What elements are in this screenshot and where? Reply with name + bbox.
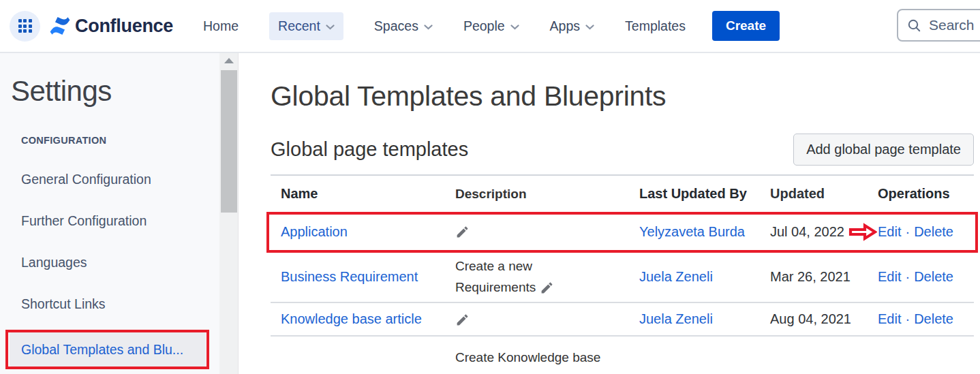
nav-spaces[interactable]: Spaces — [374, 18, 433, 34]
add-global-page-template-button[interactable]: Add global page template — [793, 134, 974, 166]
grid-icon — [18, 19, 32, 33]
col-header-last-updated-by: Last Updated By — [639, 186, 770, 202]
nav-home-label: Home — [203, 18, 239, 34]
settings-sidebar: Settings CONFIGURATION General Configura… — [0, 53, 219, 374]
user-link[interactable]: Juela Zeneli — [639, 269, 713, 284]
user-link[interactable]: Yelyzaveta Burda — [639, 224, 745, 239]
confluence-logo-icon — [49, 15, 71, 37]
sidebar-item-general-configuration[interactable]: General Configuration — [21, 172, 219, 187]
table-row-knowledge-base-article: Knowledge base article Juela Zeneli Aug … — [271, 303, 974, 337]
sidebar-item-shortcut-links[interactable]: Shortcut Links — [21, 296, 219, 312]
template-link-business-requirement[interactable]: Business Requirement — [281, 269, 418, 284]
nav-templates[interactable]: Templates — [625, 18, 686, 34]
red-annotation-arrow — [848, 223, 877, 241]
search-icon — [907, 18, 921, 33]
section-header: Global page templates Add global page te… — [271, 134, 974, 166]
sidebar-item-global-templates[interactable]: Global Templates and Blu... — [10, 332, 206, 367]
col-header-name: Name — [271, 186, 455, 202]
template-description: Create a new Requirements — [455, 259, 536, 294]
chevron-down-icon — [585, 25, 594, 30]
chevron-down-icon — [510, 25, 519, 30]
scroll-up-arrow-icon — [224, 58, 234, 63]
nav-people[interactable]: People — [463, 18, 519, 34]
main-content: Global Templates and Blueprints Global p… — [239, 53, 980, 374]
search-box[interactable] — [897, 9, 980, 42]
confluence-logo[interactable]: Confluence — [49, 15, 173, 37]
table-header-row: Name Description Last Updated By Updated… — [271, 174, 974, 212]
edit-link[interactable]: Edit — [878, 269, 901, 284]
sidebar-item-further-configuration[interactable]: Further Configuration — [21, 213, 219, 229]
table-row-application: Application Yelyzaveta Burda Jul 04, 202… — [271, 212, 974, 251]
sidebar-title: Settings — [11, 75, 219, 108]
chevron-down-icon — [424, 25, 433, 30]
nav-recent[interactable]: Recent — [269, 12, 343, 40]
user-link[interactable]: Juela Zeneli — [639, 311, 713, 326]
updated-date: Mar 26, 2021 — [770, 269, 851, 285]
table-row-partial: Create Konowledge base — [271, 337, 974, 374]
nav-people-label: People — [463, 18, 505, 34]
template-link-application[interactable]: Application — [281, 224, 348, 239]
table-row-business-requirement: Business Requirement Create a new Requir… — [271, 251, 974, 303]
app-switcher-button[interactable] — [10, 11, 40, 42]
create-button[interactable]: Create — [712, 11, 780, 41]
confluence-admin-page: Confluence Home Recent Spaces People — [0, 0, 980, 374]
sidebar-section-configuration: CONFIGURATION — [21, 135, 219, 146]
delete-link[interactable]: Delete — [914, 311, 953, 326]
section-title: Global page templates — [271, 138, 468, 161]
template-description: Create Konowledge base — [455, 350, 600, 364]
delete-link[interactable]: Delete — [914, 269, 953, 284]
vertical-scrollbar[interactable] — [219, 53, 239, 374]
page-title: Global Templates and Blueprints — [271, 80, 974, 112]
nav-home[interactable]: Home — [203, 18, 239, 34]
nav-apps[interactable]: Apps — [550, 18, 594, 34]
col-header-updated: Updated — [770, 186, 878, 202]
col-header-operations: Operations — [878, 186, 974, 202]
nav-recent-label: Recent — [278, 18, 320, 34]
templates-table: Name Description Last Updated By Updated… — [271, 174, 974, 374]
pencil-icon — [455, 225, 470, 239]
template-link-knowledge-base-article[interactable]: Knowledge base article — [281, 311, 422, 326]
scrollbar-up-button[interactable] — [219, 53, 238, 68]
ops-separator: · — [905, 269, 910, 284]
scrollbar-thumb[interactable] — [221, 70, 237, 213]
nav-links: Home Recent Spaces People — [203, 12, 686, 40]
updated-date: Jul 04, 2022 — [770, 224, 844, 240]
sidebar-item-languages[interactable]: Languages — [21, 255, 219, 270]
ops-separator: · — [905, 224, 910, 239]
edit-link[interactable]: Edit — [878, 311, 901, 326]
ops-separator: · — [905, 311, 910, 326]
col-header-description: Description — [455, 187, 639, 202]
nav-spaces-label: Spaces — [374, 18, 418, 34]
edit-link[interactable]: Edit — [878, 224, 901, 239]
updated-date: Aug 04, 2021 — [770, 311, 851, 327]
top-navigation-bar: Confluence Home Recent Spaces People — [0, 0, 980, 53]
logo-text: Confluence — [75, 16, 173, 37]
pencil-icon — [540, 281, 554, 295]
nav-templates-label: Templates — [625, 18, 686, 34]
pencil-icon — [455, 313, 470, 327]
nav-apps-label: Apps — [550, 18, 580, 34]
search-input[interactable] — [929, 17, 980, 33]
chevron-down-icon — [326, 25, 335, 30]
delete-link[interactable]: Delete — [914, 224, 953, 239]
